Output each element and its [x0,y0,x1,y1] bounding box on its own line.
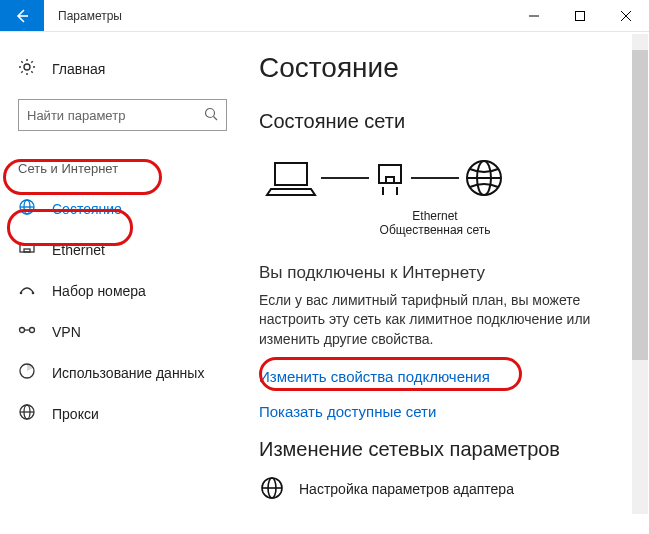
search-placeholder: Найти параметр [27,108,204,123]
connection-title: Вы подключены к Интернету [259,261,649,285]
sidebar-item-label: Набор номера [52,283,146,299]
svg-line-15 [214,116,218,120]
svg-rect-20 [24,249,30,252]
sidebar-item-label: VPN [52,324,81,340]
globe-icon [18,198,38,219]
sidebar-item-label: Состояние [52,201,122,217]
back-button[interactable] [0,0,44,31]
close-button[interactable] [603,0,649,31]
svg-line-12 [21,71,22,72]
sidebar-home[interactable]: Главная [0,50,245,87]
search-input[interactable]: Найти параметр [18,99,227,131]
sidebar-item-label: Прокси [52,406,99,422]
adapter-icon [259,475,285,504]
window-title: Параметры [44,0,511,31]
svg-point-21 [20,292,23,295]
link-show-networks[interactable]: Показать доступные сети [259,403,649,420]
page-title: Состояние [259,52,649,84]
maximize-button[interactable] [557,0,603,31]
datausage-icon [18,362,38,383]
svg-rect-32 [386,177,394,183]
main-panel: Состояние Состояние сети Ethernet Общест… [245,32,649,534]
connection-body: Если у вас лимитный тарифный план, вы мо… [259,291,649,350]
adapter-label: Настройка параметров адаптера [299,481,514,497]
vpn-icon [18,321,38,342]
svg-rect-2 [576,11,585,20]
svg-point-22 [32,292,35,295]
sidebar-category: Сеть и Интернет [0,155,245,182]
section-change-params: Изменение сетевых параметров [259,438,649,461]
svg-rect-31 [379,165,401,183]
arrow-left-icon [13,7,31,25]
globe-icon [463,157,505,199]
diagram-labels: Ethernet Общественная сеть [245,209,649,237]
svg-point-14 [206,108,215,117]
sidebar-home-label: Главная [52,61,105,77]
link-change-connection-props[interactable]: Изменить свойства подключения [259,368,649,385]
sidebar-item-datausage[interactable]: Использование данных [0,352,245,393]
sidebar-item-label: Ethernet [52,242,105,258]
sidebar-item-ethernet[interactable]: Ethernet [0,229,245,270]
close-icon [620,10,632,22]
router-icon [373,159,407,197]
sidebar-item-label: Использование данных [52,365,204,381]
laptop-icon [265,159,317,197]
sidebar-item-status[interactable]: Состояние [0,188,245,229]
search-icon [204,107,218,124]
dialup-icon [18,280,38,301]
svg-line-11 [31,71,32,72]
minimize-button[interactable] [511,0,557,31]
sidebar-item-dialup[interactable]: Набор номера [0,270,245,311]
sidebar-item-vpn[interactable]: VPN [0,311,245,352]
svg-line-10 [21,61,22,62]
adapter-settings[interactable]: Настройка параметров адаптера [259,475,649,504]
section-network-status: Состояние сети [259,110,649,133]
network-diagram [259,157,649,199]
minimize-icon [528,10,540,22]
gear-icon [18,58,38,79]
svg-point-5 [24,64,30,70]
svg-line-13 [31,61,32,62]
proxy-icon [18,403,38,424]
svg-rect-30 [275,163,307,185]
sidebar-item-proxy[interactable]: Прокси [0,393,245,434]
svg-point-23 [20,328,25,333]
scrollbar-thumb[interactable] [632,50,648,360]
svg-rect-19 [20,244,34,252]
svg-point-24 [30,328,35,333]
sidebar: Главная Найти параметр Сеть и Интернет С… [0,32,245,534]
maximize-icon [574,10,586,22]
ethernet-icon [18,239,38,260]
